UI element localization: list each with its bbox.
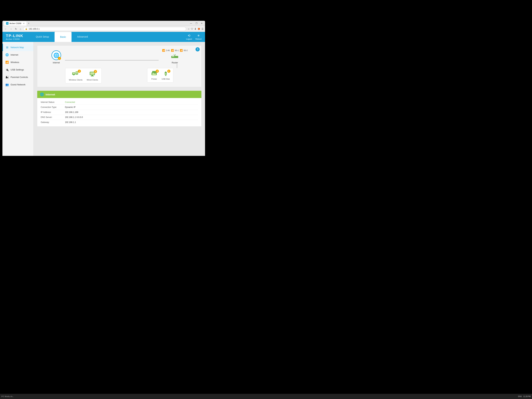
- internet-info-section: 🌐 Internet Internet Status: Connected Co…: [37, 91, 202, 127]
- network-diagram: 🌐 ✓ Internet: [41, 49, 198, 83]
- sidebar-item-internet[interactable]: 🌐 Internet: [2, 51, 33, 58]
- address-bar[interactable]: 🔒 192.168.0.1: [23, 27, 186, 31]
- svg-rect-2: [173, 56, 174, 57]
- svg-rect-21: [165, 75, 166, 76]
- info-header-title: Internet: [45, 93, 55, 96]
- svg-point-19: [165, 73, 166, 75]
- svg-rect-12: [90, 72, 94, 75]
- left-device-group: 1 Wireless Clients: [65, 68, 102, 83]
- router-label: Router: [172, 62, 178, 64]
- printer-count: 0: [156, 70, 159, 73]
- sidebar-item-parental-controls[interactable]: 👨‍👧 Parental Controls: [2, 73, 33, 81]
- internet-node[interactable]: 🌐 ✓ Internet: [51, 50, 62, 64]
- svg-rect-6: [73, 73, 75, 74]
- url-text: 192.168.0.1: [29, 28, 39, 30]
- svg-rect-9: [76, 72, 78, 74]
- svg-rect-17: [152, 73, 156, 76]
- printer-label: Printer: [151, 78, 157, 80]
- back-button[interactable]: ←: [4, 27, 8, 31]
- info-row-dns: DNS Server: 192.168.1.1 0.0.0.0: [41, 115, 198, 120]
- restore-button[interactable]: ❐: [195, 22, 198, 25]
- sidebar-item-wireless[interactable]: 📶 Wireless: [2, 58, 33, 66]
- usb-icon: 🔌: [5, 68, 9, 71]
- reload-button[interactable]: ↻: [14, 27, 18, 31]
- router-icon: [171, 53, 179, 60]
- parental-icon: 👨‍👧: [5, 76, 9, 79]
- usb-disk-node[interactable]: 0 USB Disk: [162, 71, 170, 80]
- connection-type-label: Connection Type:: [41, 106, 65, 108]
- status-label: Internet Status:: [41, 101, 65, 103]
- dns-label: DNS Server:: [41, 116, 65, 119]
- download-icon[interactable]: ⬇: [194, 27, 196, 30]
- internet-icon: 🌐: [5, 53, 9, 57]
- tab-close-button[interactable]: ✕: [23, 22, 25, 25]
- window-controls: — ❐ ✕: [189, 22, 204, 25]
- wired-clients-label: Wired Clients: [87, 79, 98, 81]
- router-bands: 📶 2.4G 📶 5G-1 📶 5G-2: [162, 49, 188, 52]
- forward-button[interactable]: →: [9, 27, 13, 31]
- svg-rect-14: [91, 76, 94, 76]
- browser-titlebar: TP Archer C3200 ✕ + — ❐ ✕: [2, 21, 205, 26]
- router-node[interactable]: 📶 2.4G 📶 5G-1 📶 5G-2: [162, 49, 188, 64]
- sidebar-item-guest-network[interactable]: 👥 Guest Network: [2, 81, 33, 88]
- ip-label: IP Address:: [41, 111, 65, 114]
- network-map-section: ? 🌐 ✓: [37, 45, 202, 87]
- tab-quick-setup[interactable]: Quick Setup: [30, 32, 55, 42]
- sidebar-item-network-map[interactable]: ⊞ Network Map: [2, 44, 33, 51]
- logout-icon: ⟲: [188, 34, 190, 38]
- home-button[interactable]: ⌂: [19, 27, 22, 31]
- brand-name: TP-LINK: [6, 34, 23, 38]
- wireless-clients-node[interactable]: 1 Wireless Clients: [69, 71, 82, 81]
- bookmark-icon[interactable]: ☆: [188, 27, 190, 30]
- menu-icon[interactable]: ☰: [201, 27, 204, 30]
- top-nav: TP-LINK Archer C3200 Quick Setup Basic A…: [2, 32, 205, 42]
- tp-link-logo: TP-LINK Archer C3200: [6, 34, 23, 40]
- nav-actions: ⟲ Logout ✳ Reboot: [186, 34, 202, 40]
- band-5g1: 5G-1: [175, 50, 179, 51]
- tab-advanced[interactable]: Advanced: [71, 32, 93, 42]
- svg-line-3: [174, 54, 175, 56]
- info-row-status: Internet Status: Connected: [41, 100, 198, 105]
- info-header: 🌐 Internet: [37, 91, 201, 98]
- help-button[interactable]: ?: [196, 47, 200, 51]
- browser-tab[interactable]: TP Archer C3200 ✕: [4, 21, 27, 26]
- content-area: ? 🌐 ✓: [34, 42, 205, 156]
- wifi-24g-icon: 📶: [162, 49, 165, 52]
- firefox-icon[interactable]: 🦊: [197, 27, 200, 30]
- info-row-ip: IP Address: 192.168.1.169: [41, 110, 198, 115]
- internet-label: Internet: [53, 62, 60, 64]
- right-device-group: 0 Printer: [147, 68, 173, 82]
- gateway-value: 192.168.1.1: [65, 121, 76, 123]
- info-row-connection-type: Connection Type: Dynamic IP: [41, 105, 198, 110]
- printer-node[interactable]: 0 Printer: [151, 71, 158, 80]
- router-ui: TP-LINK Archer C3200 Quick Setup Basic A…: [2, 32, 205, 156]
- tab-title: Archer C3200: [10, 22, 21, 25]
- guest-icon: 👥: [5, 83, 9, 86]
- logout-button[interactable]: ⟲ Logout: [186, 34, 192, 40]
- svg-line-4: [175, 54, 176, 56]
- close-button[interactable]: ✕: [200, 22, 204, 25]
- tab-favicon: TP: [6, 22, 8, 25]
- wireless-icon: 📶: [5, 61, 9, 64]
- ip-value: 192.168.1.169: [65, 111, 78, 114]
- minimize-button[interactable]: —: [189, 22, 193, 25]
- wifi-5g1-icon: 📶: [171, 49, 174, 52]
- usb-disk-label: USB Disk: [162, 78, 170, 80]
- band-5g2: 5G-2: [184, 50, 188, 51]
- new-tab-button[interactable]: +: [27, 22, 31, 25]
- wired-clients-count: 0: [94, 70, 97, 73]
- info-body: Internet Status: Connected Connection Ty…: [37, 98, 201, 127]
- svg-rect-7: [73, 75, 74, 75]
- reboot-button[interactable]: ✳ Reboot: [196, 34, 202, 40]
- shield-icon[interactable]: 🛡: [191, 27, 193, 30]
- status-value: Connected: [65, 101, 75, 103]
- tab-basic[interactable]: Basic: [55, 32, 71, 42]
- connected-badge: ✓: [58, 57, 61, 60]
- svg-rect-18: [153, 73, 154, 73]
- svg-rect-13: [91, 75, 93, 76]
- gateway-label: Gateway:: [41, 121, 65, 123]
- sidebar-item-usb-settings[interactable]: 🔌 USB Settings: [2, 66, 33, 73]
- info-row-gateway: Gateway: 192.168.1.1: [41, 120, 198, 125]
- reboot-icon: ✳: [197, 34, 200, 38]
- wired-clients-node[interactable]: 0 Wired Clients: [87, 71, 98, 81]
